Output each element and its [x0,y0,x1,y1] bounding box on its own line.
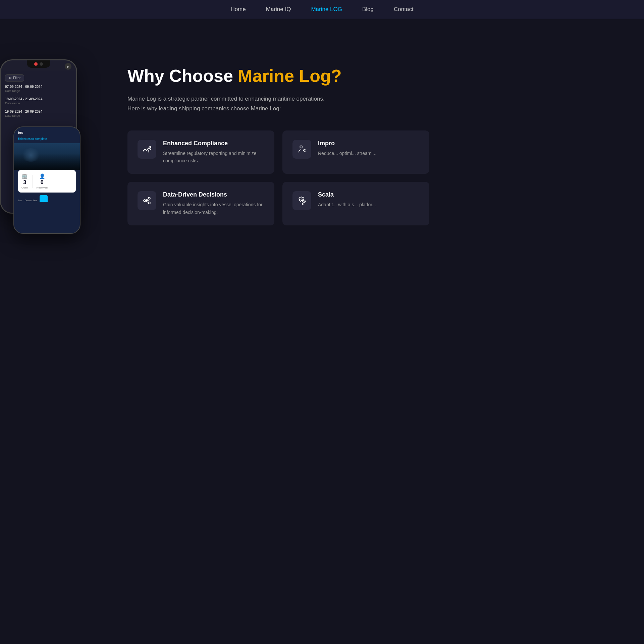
scalable-icon-box [292,191,311,210]
scalable-title: Scala [318,191,376,198]
stat-resolved-label: Resolved [37,186,48,189]
camera-dot-dark [40,62,43,66]
deficiency-highlight: ficiencies [18,137,31,141]
data-icon-box [138,191,156,210]
date-range-title-2: 19-09-2024 - 21-09-2024 [5,97,72,101]
section-subtitle: Marine Log is a strategic partner commit… [127,94,335,114]
svg-point-1 [149,146,151,148]
svg-point-5 [148,197,150,199]
compliance-title: Enhanced Compliance [163,140,264,147]
section-title: Why Choose Marine Log? [127,66,604,86]
nav-contact[interactable]: Contact [394,6,414,13]
phone-notch [27,60,50,68]
compliance-text: Enhanced Compliance Streamline regulator… [163,140,264,165]
stat-open-label: Open [21,186,28,189]
phone-arrow-btn: ▶ [65,63,71,70]
compliance-icon-box: $ [138,140,156,159]
feature-card-improved: Impro Reduce... optimi... streaml... [282,130,429,174]
phone-second: ies ficiencies to complete 🏢 3 Open 👤 [13,126,80,234]
content-area: Why Choose Marine Log? Marine Log is a s… [107,46,617,246]
date-item-3: 19-09-2024 - 26-09-2024 Date range [5,110,72,117]
month-label-2: December [25,199,37,202]
stat-resolved: 👤 0 Resolved [37,173,48,189]
filter-button[interactable]: ⚙ Filter [5,74,24,82]
stat-open-count: 3 [23,179,26,185]
svg-point-9 [146,200,148,202]
chart-up-icon: $ [142,145,152,154]
svg-point-3 [304,150,305,151]
month-label-1: ber [18,199,22,202]
svg-point-4 [144,200,146,202]
month-bar [40,195,48,202]
date-range-title-1: 07-09-2024 - 09-09-2024 [5,85,72,89]
data-title: Data-Driven Decisions [163,191,264,198]
data-nodes-icon [142,196,152,205]
date-item-2: 19-09-2024 - 21-09-2024 Date range [5,97,72,105]
filter-label: Filter [13,76,20,80]
stat-resolved-icon: 👤 [39,173,45,179]
hero-section: ▶ ⚙ Filter 07-09-2024 - 09-09-2024 Date … [0,19,644,321]
stat-divider [32,175,33,188]
feature-card-compliance: $ Enhanced Compliance Streamline regulat… [127,130,274,174]
stats-panel: 🏢 3 Open 👤 0 Resolved [18,170,76,193]
feature-card-data: Data-Driven Decisions Gain valuable insi… [127,182,274,225]
data-description: Gain valuable insights into vessel opera… [163,201,264,216]
date-range-title-3: 19-09-2024 - 26-09-2024 [5,110,72,113]
improved-icon-box [292,140,311,159]
scalable-text: Scala Adapt t... with a s... platfor... [318,191,376,208]
date-range-label-1: Date range [5,89,72,93]
improved-description: Reduce... optimi... streaml... [318,150,376,157]
date-range-label-2: Date range [5,102,72,105]
date-range-label-3: Date range [5,114,72,117]
feature-card-scalable: Scala Adapt t... with a s... platfor... [282,182,429,225]
deficiency-text: ficiencies to complete [14,137,80,143]
nav-blog[interactable]: Blog [362,6,374,13]
improved-text: Impro Reduce... optimi... streaml... [318,140,376,157]
filter-icon: ⚙ [9,76,12,80]
features-grid: $ Enhanced Compliance Streamline regulat… [127,130,429,226]
camera-dot-red [34,62,38,66]
svg-point-2 [300,146,302,148]
nav-marine-log[interactable]: Marine LOG [311,6,342,13]
stat-open: 🏢 3 Open [21,173,28,189]
compliance-description: Streamline regulatory reporting and mini… [163,150,264,165]
gear-edit-icon [297,196,307,205]
date-item-1: 07-09-2024 - 09-09-2024 Date range [5,85,72,93]
phone-second-title: ies [14,127,80,137]
stat-open-icon: 🏢 [22,173,28,179]
improved-title: Impro [318,140,376,147]
ship-chain-decoration [21,148,41,162]
main-nav: Home Marine IQ Marine LOG Blog Contact [0,0,644,19]
svg-text:$: $ [148,150,149,153]
title-highlight: Marine Log? [238,66,341,86]
svg-point-6 [148,202,150,204]
phone-mockup-container: ▶ ⚙ Filter 07-09-2024 - 09-09-2024 Date … [0,59,87,214]
title-plain: Why Choose [127,66,238,86]
nav-marine-iq[interactable]: Marine IQ [266,6,291,13]
nav-home[interactable]: Home [230,6,246,13]
data-text: Data-Driven Decisions Gain valuable insi… [163,191,264,216]
stat-resolved-count: 0 [41,179,44,185]
ship-image [14,143,80,170]
scalable-description: Adapt t... with a s... platfor... [318,201,376,208]
month-bar-area: ber December [14,193,80,205]
deficiency-suffix: to complete [32,137,47,141]
person-gear-icon [297,145,307,154]
